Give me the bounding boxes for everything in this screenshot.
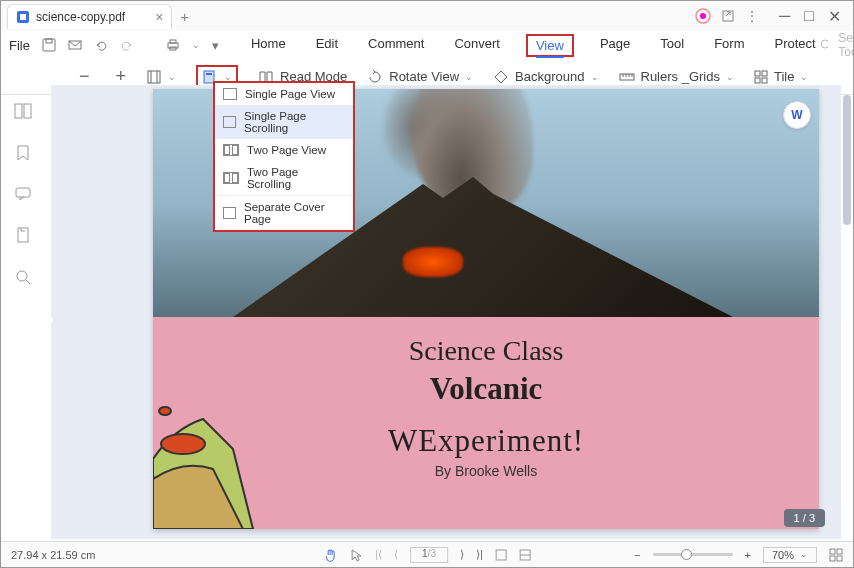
menu-view[interactable]: View — [526, 34, 574, 57]
svg-rect-1 — [20, 14, 26, 20]
rotate-label: Rotate View — [389, 69, 459, 84]
file-menu[interactable]: File — [9, 38, 30, 53]
svg-rect-23 — [15, 104, 22, 118]
redo-icon[interactable] — [120, 38, 134, 52]
svg-line-12 — [828, 47, 829, 50]
rulers-label: Rulers _Grids — [641, 69, 720, 84]
svg-point-30 — [159, 407, 171, 415]
minimize-button[interactable]: ─ — [779, 7, 790, 26]
menu-protect[interactable]: Protect — [770, 34, 819, 57]
new-tab-button[interactable]: + — [180, 8, 189, 25]
hand-tool-icon[interactable] — [323, 548, 337, 562]
quick-dropdown-icon[interactable]: ▾ — [212, 38, 219, 53]
svg-rect-19 — [755, 71, 760, 76]
dd-two-page-scrolling[interactable]: Two Page Scrolling — [215, 161, 353, 195]
background-label: Background — [515, 69, 584, 84]
fullscreen-icon[interactable] — [829, 548, 843, 562]
next-page-button[interactable]: ⟩ — [460, 548, 464, 561]
share-icon[interactable] — [721, 9, 735, 23]
menu-home[interactable]: Home — [247, 34, 290, 57]
comments-panel-button[interactable] — [15, 187, 31, 205]
dd-single-page-view[interactable]: Single Page View — [215, 83, 353, 105]
search-panel-button[interactable] — [15, 269, 31, 289]
account-icon[interactable] — [695, 8, 711, 24]
close-tab-icon[interactable]: × — [155, 9, 163, 25]
search-icon — [820, 39, 829, 51]
svg-rect-25 — [16, 188, 30, 197]
svg-point-11 — [821, 40, 829, 48]
svg-rect-35 — [837, 549, 842, 554]
zoom-out-status-button[interactable]: − — [634, 549, 640, 561]
svg-rect-34 — [830, 549, 835, 554]
pdf-icon — [16, 10, 30, 24]
svg-rect-24 — [24, 104, 31, 118]
print-dropdown-icon[interactable]: ⌄ — [192, 40, 200, 50]
page-layout-dropdown: Single Page View Single Page Scrolling T… — [213, 81, 355, 232]
save-icon[interactable] — [42, 38, 56, 52]
tile-label: Tile — [774, 69, 794, 84]
last-page-button[interactable]: ⟩| — [476, 548, 483, 561]
tab-title: science-copy.pdf — [36, 10, 125, 24]
print-icon[interactable] — [166, 38, 180, 52]
doc-heading1: Science Class — [153, 335, 819, 367]
svg-rect-9 — [170, 40, 176, 43]
tile-button[interactable]: Tile ⌄ — [754, 69, 808, 84]
svg-rect-21 — [755, 78, 760, 83]
zoom-select[interactable]: 70%⌄ — [763, 547, 817, 563]
thumbnails-panel-button[interactable] — [14, 103, 32, 123]
svg-rect-5 — [43, 39, 55, 51]
search-input[interactable]: Search Tools — [838, 31, 854, 59]
volcano-diagram — [153, 389, 283, 529]
kebab-menu-icon[interactable]: ⋮ — [745, 8, 759, 24]
menu-convert[interactable]: Convert — [450, 34, 504, 57]
attachments-panel-button[interactable] — [16, 227, 30, 247]
first-page-button[interactable]: |⟨ — [375, 548, 382, 561]
background-button[interactable]: Background ⌄ — [493, 69, 598, 85]
mail-icon[interactable] — [68, 38, 82, 52]
fit-page-status-icon[interactable] — [519, 549, 531, 561]
zoom-slider[interactable] — [653, 553, 733, 556]
zoom-out-button[interactable]: − — [79, 66, 90, 87]
zoom-in-status-button[interactable]: + — [745, 549, 751, 561]
dd-separate-cover[interactable]: Separate Cover Page — [215, 195, 353, 230]
close-window-button[interactable]: ✕ — [828, 7, 841, 26]
fit-page-button[interactable]: ⌄ — [146, 69, 176, 85]
page-number-input[interactable]: 1/3 — [410, 547, 448, 563]
page-indicator-badge: 1 / 3 — [784, 509, 825, 527]
menu-edit[interactable]: Edit — [312, 34, 342, 57]
bookmarks-panel-button[interactable] — [16, 145, 30, 165]
document-tab[interactable]: science-copy.pdf × — [7, 4, 172, 29]
status-dimensions: 27.94 x 21.59 cm — [11, 549, 95, 561]
dd-single-page-scrolling[interactable]: Single Page Scrolling — [215, 105, 353, 139]
select-tool-icon[interactable] — [349, 548, 363, 562]
vertical-scrollbar[interactable] — [843, 95, 851, 225]
svg-rect-22 — [762, 78, 767, 83]
svg-rect-36 — [830, 556, 835, 561]
maximize-button[interactable]: □ — [804, 7, 814, 26]
rotate-view-button[interactable]: Rotate View ⌄ — [367, 69, 473, 85]
svg-line-28 — [26, 280, 30, 284]
rulers-grids-button[interactable]: Rulers _Grids ⌄ — [619, 69, 734, 84]
svg-rect-6 — [46, 39, 52, 43]
dd-two-page-view[interactable]: Two Page View — [215, 139, 353, 161]
svg-rect-14 — [148, 71, 160, 83]
svg-rect-37 — [837, 556, 842, 561]
word-export-badge[interactable]: W — [783, 101, 811, 129]
menu-comment[interactable]: Comment — [364, 34, 428, 57]
fit-width-icon[interactable] — [495, 549, 507, 561]
svg-rect-31 — [496, 550, 506, 560]
document-canvas[interactable]: Science Class Volcanic WExperiment! By B… — [51, 85, 841, 539]
svg-point-3 — [700, 13, 706, 19]
zoom-in-button[interactable]: + — [116, 66, 127, 87]
prev-page-button[interactable]: ⟨ — [394, 548, 398, 561]
svg-rect-26 — [18, 228, 28, 242]
expand-sidebar-icon[interactable] — [51, 313, 55, 327]
menu-tool[interactable]: Tool — [656, 34, 688, 57]
svg-rect-16 — [206, 73, 212, 75]
menu-form[interactable]: Form — [710, 34, 748, 57]
menu-page[interactable]: Page — [596, 34, 634, 57]
rotate-icon — [367, 69, 383, 85]
svg-marker-17 — [495, 71, 507, 83]
undo-icon[interactable] — [94, 38, 108, 52]
svg-point-29 — [161, 434, 205, 454]
